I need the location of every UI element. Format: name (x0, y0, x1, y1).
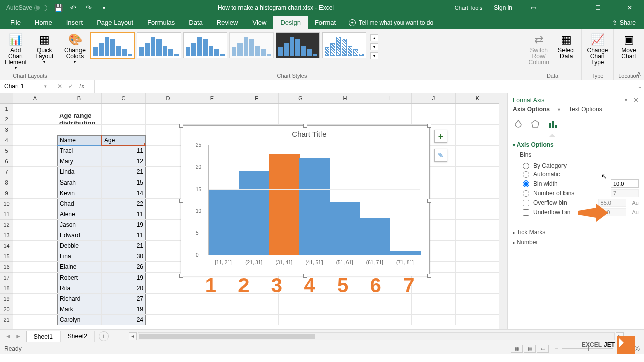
resize-handle[interactable] (179, 199, 183, 203)
tab-formulas[interactable]: Formulas (140, 16, 182, 29)
tab-insert[interactable]: Insert (59, 16, 90, 29)
text-options-tab[interactable]: Text Options (569, 106, 602, 114)
formula-input[interactable] (94, 80, 636, 93)
formula-expand-icon[interactable]: ⌄ (636, 83, 644, 90)
status-bar: Ready ▦ ▤ ▭ − + 100% (0, 343, 644, 354)
chart-styles-button[interactable]: ✎ (434, 149, 447, 162)
formula-bar: Chart 1▾ ✕ ✓ fx ⌄ (0, 80, 644, 93)
resize-handle[interactable] (303, 124, 307, 128)
redo-icon[interactable]: ↷ (85, 4, 93, 12)
chart-style-5[interactable] (276, 32, 320, 58)
fx-icon[interactable]: fx (79, 83, 88, 90)
undo-icon[interactable]: ↶ (69, 4, 77, 12)
chart-style-1[interactable] (91, 32, 135, 58)
svg-marker-4 (578, 204, 608, 222)
chart-tools-context: Chart Tools (444, 0, 494, 15)
minimize-icon[interactable]: — (554, 0, 577, 15)
chart-title[interactable]: Chart Title (194, 130, 424, 143)
tab-design[interactable]: Design (273, 16, 307, 29)
resize-handle[interactable] (427, 124, 431, 128)
ribbon: 📊 Add Chart Element▾ ▦ Quick Layout▾ Cha… (0, 29, 644, 80)
axis-options-icon[interactable] (547, 119, 558, 130)
zoom-out-icon[interactable]: − (555, 345, 558, 352)
resize-handle[interactable] (179, 124, 183, 128)
axis-options-section[interactable]: Axis Options (513, 141, 639, 148)
tab-file[interactable]: File (3, 16, 28, 29)
tab-format[interactable]: Format (308, 16, 343, 29)
bins-bin-width[interactable]: Bin width (523, 179, 639, 188)
axis-options-dropdown-icon[interactable]: ▼ (557, 107, 561, 112)
select-data-button[interactable]: ▦ Select Data (554, 30, 580, 59)
name-box[interactable]: Chart 1▾ (0, 82, 51, 91)
bins-automatic[interactable]: Automatic (523, 171, 639, 178)
tab-home[interactable]: Home (28, 16, 59, 29)
autosave-toggle[interactable]: AutoSave (6, 4, 47, 11)
sheet-nav-prev[interactable]: ◄ (5, 333, 11, 340)
column-headers[interactable]: ABCDEFGHIJK (13, 93, 507, 104)
svg-rect-3 (555, 125, 557, 128)
style-scroll-up[interactable]: ▴ (370, 34, 378, 41)
embedded-chart[interactable]: + ✎ Chart Title 0510152025 [11, 21](21, … (181, 125, 430, 276)
chart-style-3[interactable] (183, 32, 227, 58)
tab-review[interactable]: Review (210, 16, 246, 29)
cancel-formula-icon[interactable]: ✕ (57, 83, 62, 90)
group-chart-styles: Chart Styles (62, 72, 522, 80)
pane-menu-icon[interactable]: ▾ (625, 97, 627, 103)
collapse-ribbon-icon[interactable]: ᐱ (637, 71, 641, 78)
effects-icon[interactable] (530, 119, 541, 130)
horizontal-scrollbar[interactable] (138, 332, 615, 340)
tell-me[interactable]: ✦ Tell me what you want to do (349, 16, 433, 29)
sheet-tab-2[interactable]: Sheet2 (60, 331, 95, 342)
move-chart-button[interactable]: ▣ Move Chart (616, 30, 642, 59)
x-axis-labels[interactable]: [11, 21](21, 31](31, 41](41, 51](51, 61]… (208, 260, 420, 265)
plot-area[interactable]: 0510152025 (208, 145, 420, 255)
chart-style-gallery (90, 30, 367, 59)
view-normal-icon[interactable]: ▦ (511, 345, 523, 353)
close-icon[interactable]: ✕ (619, 0, 641, 15)
tick-marks-section[interactable]: Tick Marks (513, 229, 639, 236)
resize-handle[interactable] (427, 199, 431, 203)
resize-handle[interactable] (427, 274, 431, 278)
resize-handle[interactable] (179, 274, 183, 278)
share-button[interactable]: ⇪ Share (604, 16, 644, 29)
select-all-corner[interactable] (0, 93, 13, 104)
exceljet-logo-icon (617, 336, 635, 354)
quick-layout-button[interactable]: ▦ Quick Layout▾ (31, 30, 58, 65)
maximize-icon[interactable]: ☐ (587, 0, 609, 15)
title-bar: AutoSave 💾 ↶ ↷ ▾ How to make a histogram… (0, 0, 644, 15)
save-icon[interactable]: 💾 (54, 4, 62, 12)
bins-number-of-bins[interactable]: Number of bins 7 (523, 189, 639, 197)
change-colors-button[interactable]: 🎨 Change Colors▾ (62, 30, 88, 65)
accept-formula-icon[interactable]: ✓ (68, 83, 73, 90)
chart-style-4[interactable] (229, 32, 274, 58)
bin-number-annotations: 1234567 (194, 274, 425, 297)
number-section[interactable]: Number (513, 239, 639, 246)
tab-data[interactable]: Data (182, 16, 209, 29)
sheet-nav-next[interactable]: ► (15, 333, 21, 340)
bins-by-category[interactable]: By Category (523, 162, 639, 169)
signin-link[interactable]: Sign in (494, 4, 512, 11)
add-sheet-button[interactable]: + (99, 331, 109, 341)
chart-style-2[interactable] (137, 32, 181, 58)
pane-close-icon[interactable]: ✕ (633, 96, 639, 104)
tab-page-layout[interactable]: Page Layout (90, 16, 140, 29)
vertical-scrollbar[interactable] (499, 93, 507, 329)
qat-more-icon[interactable]: ▾ (100, 4, 108, 12)
view-page-break-icon[interactable]: ▭ (537, 345, 549, 353)
hscroll-left[interactable]: ◄ (129, 332, 137, 340)
bin-width-input[interactable] (611, 179, 639, 188)
fill-line-icon[interactable] (513, 119, 524, 130)
style-expand[interactable]: ▾ (370, 52, 378, 59)
add-chart-element-button[interactable]: 📊 Add Chart Element▾ (2, 30, 29, 71)
ribbon-display-icon[interactable]: ▭ (522, 0, 544, 15)
worksheet[interactable]: 123456789101112131415161718192021 ABCDEF… (0, 93, 507, 329)
chart-style-6[interactable] (322, 32, 366, 58)
sheet-tab-1[interactable]: Sheet1 (26, 331, 60, 342)
view-page-layout-icon[interactable]: ▤ (524, 345, 536, 353)
change-chart-type-button[interactable]: 📈 Change Chart Type (584, 30, 611, 65)
chart-elements-button[interactable]: + (434, 130, 447, 143)
annotation-arrow (578, 204, 608, 222)
tab-view[interactable]: View (245, 16, 273, 29)
style-scroll-down[interactable]: ▾ (370, 43, 378, 50)
axis-options-tab[interactable]: Axis Options (513, 106, 550, 114)
